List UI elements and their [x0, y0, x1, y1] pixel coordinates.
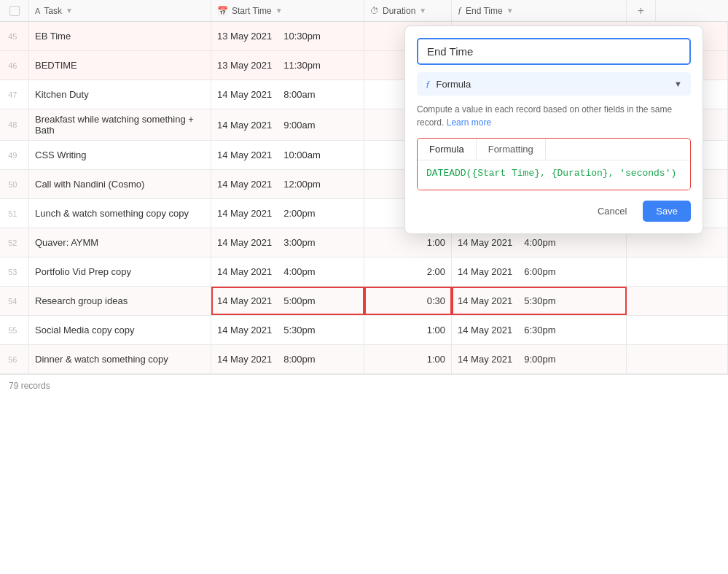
- start-time: 8:00pm: [283, 354, 315, 365]
- cell-extra-53: [627, 257, 728, 286]
- cell-start-47[interactable]: 14 May 2021 8:00am: [211, 80, 364, 109]
- start-date: 13 May 2021: [217, 60, 272, 71]
- type-dropdown-arrow[interactable]: ▼: [674, 79, 682, 88]
- row-check-53[interactable]: 53: [0, 257, 29, 286]
- header-endtime-sort[interactable]: ▼: [506, 7, 514, 15]
- start-date: 14 May 2021: [217, 354, 272, 365]
- cell-task-53[interactable]: Portfolio Vid Prep copy: [29, 257, 211, 286]
- cell-task-47[interactable]: Kitchen Duty: [29, 80, 211, 109]
- row-check-51[interactable]: 51: [0, 199, 29, 228]
- row-check-46[interactable]: 46: [0, 51, 29, 79]
- save-button[interactable]: Save: [643, 201, 691, 222]
- table-header: A Task ▼ 📅 Start Time ▼ ⏱ Duration ▼ ƒ E…: [0, 0, 728, 22]
- cell-task-55[interactable]: Social Media copy copy: [29, 316, 211, 344]
- row-check-54[interactable]: 54: [0, 287, 29, 315]
- cell-duration-55[interactable]: 1:00: [364, 316, 452, 344]
- row-number: 49: [7, 151, 22, 160]
- row-number: 54: [7, 297, 22, 306]
- header-start-col[interactable]: 📅 Start Time ▼: [211, 0, 364, 21]
- start-time: 8:00am: [283, 89, 315, 100]
- field-name-input[interactable]: [417, 38, 691, 65]
- row-check-52[interactable]: 52: [0, 228, 29, 257]
- cancel-button[interactable]: Cancel: [587, 201, 637, 222]
- row-number: 50: [7, 180, 22, 189]
- task-name: Dinner & watch something copy: [35, 354, 168, 365]
- cell-endtime-54[interactable]: 14 May 2021 5:30pm: [452, 287, 627, 315]
- cell-start-50[interactable]: 14 May 2021 12:00pm: [211, 170, 364, 198]
- cell-duration-54[interactable]: 0:30: [364, 287, 452, 315]
- header-duration-col[interactable]: ⏱ Duration ▼: [364, 0, 452, 21]
- header-checkbox[interactable]: [9, 6, 20, 16]
- header-endtime-label: End Time: [466, 6, 503, 16]
- row-check-47[interactable]: 47: [0, 80, 29, 109]
- cell-task-52[interactable]: Quaver: AYMM: [29, 228, 211, 257]
- formula-content[interactable]: DATEADD({Start Time}, {Duration}, 'secon…: [418, 160, 690, 190]
- row-check-48[interactable]: 48: [0, 109, 29, 140]
- cell-start-45[interactable]: 13 May 2021 10:30pm: [211, 22, 364, 50]
- start-time: 11:30pm: [283, 60, 321, 71]
- end-time: 9:00pm: [524, 354, 555, 365]
- duration-value: 1:00: [427, 325, 445, 336]
- header-duration-sort[interactable]: ▼: [419, 7, 426, 15]
- header-check[interactable]: [0, 0, 29, 21]
- row-number: 47: [7, 90, 22, 99]
- cell-duration-56[interactable]: 1:00: [364, 345, 452, 373]
- start-date: 14 May 2021: [217, 120, 272, 131]
- add-column-icon[interactable]: +: [638, 4, 644, 18]
- cell-duration-53[interactable]: 2:00: [364, 257, 452, 286]
- task-type-icon: A: [35, 7, 40, 15]
- cell-start-55[interactable]: 14 May 2021 5:30pm: [211, 316, 364, 344]
- cell-endtime-55[interactable]: 14 May 2021 6:30pm: [452, 316, 627, 344]
- tab-formatting[interactable]: Formatting: [477, 139, 546, 160]
- cell-start-49[interactable]: 14 May 2021 10:00am: [211, 141, 364, 169]
- cell-start-51[interactable]: 14 May 2021 2:00pm: [211, 199, 364, 228]
- task-name: Breakfast while watching something + Bat…: [35, 114, 205, 136]
- cell-endtime-53[interactable]: 14 May 2021 6:00pm: [452, 257, 627, 286]
- cell-task-49[interactable]: CSS Writing: [29, 141, 211, 169]
- formula-tabs: Formula Formatting: [418, 139, 690, 160]
- end-time: 4:00pm: [524, 237, 555, 248]
- cell-start-53[interactable]: 14 May 2021 4:00pm: [211, 257, 364, 286]
- cell-task-46[interactable]: BEDTIME: [29, 51, 211, 79]
- cell-start-48[interactable]: 14 May 2021 9:00am: [211, 109, 364, 140]
- header-start-sort[interactable]: ▼: [275, 7, 283, 15]
- task-name: Kitchen Duty: [35, 89, 89, 100]
- cell-task-48[interactable]: Breakfast while watching something + Bat…: [29, 109, 211, 140]
- row-check-49[interactable]: 49: [0, 141, 29, 169]
- field-type-row[interactable]: ƒ Formula ▼: [417, 72, 691, 96]
- header-task-col[interactable]: A Task ▼: [29, 0, 211, 21]
- end-date: 14 May 2021: [458, 237, 512, 248]
- duration-value: 1:00: [427, 237, 445, 248]
- cell-start-54[interactable]: 14 May 2021 5:00pm: [211, 287, 364, 315]
- learn-more-link[interactable]: Learn more: [447, 117, 491, 128]
- row-check-55[interactable]: 55: [0, 316, 29, 344]
- cell-start-46[interactable]: 13 May 2021 11:30pm: [211, 51, 364, 79]
- cell-start-56[interactable]: 14 May 2021 8:00pm: [211, 345, 364, 373]
- start-date: 14 May 2021: [217, 295, 272, 306]
- cell-task-45[interactable]: EB Time: [29, 22, 211, 50]
- header-task-sort[interactable]: ▼: [66, 7, 73, 15]
- table-wrapper: A Task ▼ 📅 Start Time ▼ ⏱ Duration ▼ ƒ E…: [0, 0, 728, 574]
- row-check-56[interactable]: 56: [0, 345, 29, 373]
- cell-endtime-56[interactable]: 14 May 2021 9:00pm: [452, 345, 627, 373]
- tab-formula[interactable]: Formula: [418, 139, 477, 160]
- field-edit-popup: ƒ Formula ▼ Compute a value in each reco…: [404, 26, 703, 234]
- end-date: 14 May 2021: [458, 354, 512, 365]
- header-endtime-col[interactable]: ƒ End Time ▼: [452, 0, 627, 21]
- table-row: 55 Social Media copy copy 14 May 2021 5:…: [0, 316, 728, 345]
- cell-task-54[interactable]: Research group ideas: [29, 287, 211, 315]
- header-add-col[interactable]: +: [627, 0, 656, 21]
- cell-start-52[interactable]: 14 May 2021 3:00pm: [211, 228, 364, 257]
- start-type-icon: 📅: [217, 6, 228, 16]
- row-check-50[interactable]: 50: [0, 170, 29, 198]
- start-time: 9:00am: [283, 120, 315, 131]
- row-check-45[interactable]: 45: [0, 22, 29, 50]
- cell-task-56[interactable]: Dinner & watch something copy: [29, 345, 211, 373]
- cell-task-51[interactable]: Lunch & watch something copy copy: [29, 199, 211, 228]
- start-date: 14 May 2021: [217, 179, 272, 190]
- cell-task-50[interactable]: Call with Nandini (Cosmo): [29, 170, 211, 198]
- duration-value: 2:00: [427, 266, 445, 277]
- start-time: 10:30pm: [283, 31, 321, 42]
- row-number: 56: [7, 355, 22, 364]
- formula-description: Compute a value in each record based on …: [417, 103, 691, 129]
